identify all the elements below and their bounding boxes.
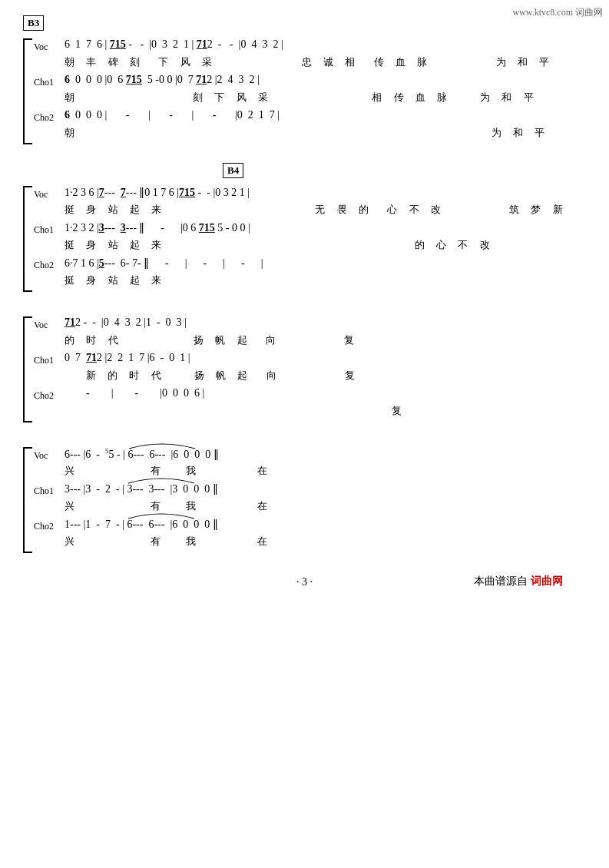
cho2-s3-lyrics: 复 [65, 404, 586, 418]
cho2-b4-notes: 6·7 1 6 |5--- 6- 7- ‖ - | - | - | [65, 257, 586, 273]
page-container: www.ktvc8.com 词曲网 B3 Voc 6 1 7 6 | 715 -… [0, 0, 609, 604]
rows-b4: Voc 1·2 3 6 |7--- 7--- ‖0 1 7 6 |715 - -… [34, 186, 586, 292]
cho2-s4-music: 1--- |1 - 7 - | 6--- 6--- |6 0 0 0 ‖ 兴 有… [65, 518, 586, 548]
cho1-s3-music: 0 7 712 |2 2 1 7 |6 - 0 1 | 新 的 时 代 扬 帆 … [65, 352, 586, 383]
cho1-b4-label: Cho1 [34, 221, 65, 236]
voc-s4-music: 6--- |6 - 55 - | 6--- 6--- |6 0 0 0 ‖ 兴 [65, 447, 586, 478]
cho1-s4-notes: 3--- |3 - 2 - | 3--- 3--- |3 0 0 0 ‖ [65, 482, 586, 499]
cho1-b4-lyrics: 挺 身 站 起 来 的 心 不 改 [65, 238, 586, 252]
page-number: · 3 · [296, 576, 313, 588]
cho2-s3-music: - | - |0 0 0 6 | 复 [65, 387, 586, 418]
cho1-s3-label: Cho1 [34, 352, 65, 366]
cho1-b3-label: Cho1 [34, 74, 65, 88]
cho2-b3-lyrics: 朝 为 和 平 [65, 126, 586, 140]
voc-s4-notes: 6--- |6 - 55 - | 6--- 6--- |6 0 0 0 ‖ [65, 447, 586, 464]
cho2-b4-lyrics: 挺 身 站 起 来 [65, 273, 586, 287]
cho2-s3-notes: - | - |0 0 0 6 | [65, 387, 586, 404]
cho2-b4: Cho2 6·7 1 6 |5--- 6- 7- ‖ - | - | - | 挺… [34, 257, 586, 287]
cho1-b3: Cho1 6 0 0 0 |0 6 715 5 -0 0 |0 7 712 |2… [34, 74, 586, 104]
footer-site: 词曲网 [531, 575, 563, 588]
watermark: www.ktvc8.com 词曲网 [512, 6, 603, 19]
voc-b4-lyrics: 挺 身 站 起 来 无 畏 的 心 不 改 筑 梦 新 [65, 203, 586, 217]
staff-group-4: Voc 6--- |6 - 55 - | 6--- 6--- |6 0 0 0 … [23, 447, 586, 553]
cho2-s4-label: Cho2 [34, 518, 65, 532]
cho1-s3-lyrics: 新 的 时 代 扬 帆 起 向 复 [65, 369, 586, 383]
section-b3: B3 Voc 6 1 7 6 | 715 - - |0 3 2 1 | 712 … [23, 15, 586, 144]
cho1-b4-music: 1·2 3 2 |3--- 3--- ‖ - |0 6 715 5 - 0 0 … [65, 221, 586, 252]
bracket-4 [23, 447, 32, 553]
cho2-s4-notes: 1--- |1 - 7 - | 6--- 6--- |6 0 0 0 ‖ [65, 518, 586, 535]
voc-b3-notes: 6 1 7 6 | 715 - - |0 3 2 1 | 712 - - |0 … [65, 38, 586, 55]
cho2-b3-notes: 6 0 0 0 | - | - | - |0 2 1 7 | [65, 109, 586, 126]
cho1-b4-notes: 1·2 3 2 |3--- 3--- ‖ - |0 6 715 5 - 0 0 … [65, 221, 586, 238]
staff-group-3: Voc 712 - - |0 4 3 2 |1 - 0 3 | 的 时 代 扬 … [23, 316, 586, 422]
cho1-s4-label: Cho1 [34, 482, 65, 497]
section-b3-label: B3 [23, 15, 44, 31]
voc-s3-notes: 712 - - |0 4 3 2 |1 - 0 3 | [65, 316, 586, 333]
voc-s4: Voc 6--- |6 - 55 - | 6--- 6--- |6 0 0 0 … [34, 447, 586, 478]
section-b4-header: B4 [23, 163, 586, 183]
voc-b3-lyrics: 朝 丰 碑 刻 下 风 采 忠 诚 相 传 血 脉 为 和 平 [65, 55, 586, 69]
cho2-b3: Cho2 6 0 0 0 | - | - | - |0 2 1 7 | 朝 [34, 109, 586, 140]
rows-4: Voc 6--- |6 - 55 - | 6--- 6--- |6 0 0 0 … [34, 447, 586, 553]
section-4: Voc 6--- |6 - 55 - | 6--- 6--- |6 0 0 0 … [23, 441, 586, 553]
voc-s3-lyrics: 的 时 代 扬 帆 起 向 复 [65, 333, 586, 347]
section-b3-header: B3 [23, 15, 586, 35]
staff-group-b4: Voc 1·2 3 6 |7--- 7--- ‖0 1 7 6 |715 - -… [23, 186, 586, 292]
footer-source: 本曲谱源自 [474, 575, 528, 588]
rows-3: Voc 712 - - |0 4 3 2 |1 - 0 3 | 的 时 代 扬 … [34, 316, 586, 422]
staff-group-b3: Voc 6 1 7 6 | 715 - - |0 3 2 1 | 712 - -… [23, 38, 586, 144]
bracket-b4 [23, 186, 32, 292]
cho2-s4-lyrics: 兴 有 我 在 [65, 535, 586, 548]
voc-b3: Voc 6 1 7 6 | 715 - - |0 3 2 1 | 712 - -… [34, 38, 586, 69]
cho2-s3-label: Cho2 [34, 387, 65, 402]
voc-b4: Voc 1·2 3 6 |7--- 7--- ‖0 1 7 6 |715 - -… [34, 186, 586, 217]
voc-s4-label: Voc [34, 447, 65, 462]
cho2-s4: Cho2 1--- |1 - 7 - | 6--- 6--- |6 0 0 0 … [34, 518, 586, 548]
cho2-b4-music: 6·7 1 6 |5--- 6- 7- ‖ - | - | - | 挺 身 站 … [65, 257, 586, 287]
section-3: Voc 712 - - |0 4 3 2 |1 - 0 3 | 的 时 代 扬 … [23, 310, 586, 422]
section-b4-label: B4 [223, 163, 243, 178]
cho1-s4: Cho1 3--- |3 - 2 - | 3--- 3--- |3 0 0 0 … [34, 482, 586, 513]
cho1-b4: Cho1 1·2 3 2 |3--- 3--- ‖ - |0 6 715 5 -… [34, 221, 586, 252]
cho2-b3-label: Cho2 [34, 109, 65, 124]
bracket-3 [23, 316, 32, 422]
voc-s3-label: Voc [34, 316, 65, 331]
cho1-s3-notes: 0 7 712 |2 2 1 7 |6 - 0 1 | [65, 352, 586, 369]
cho2-s3: Cho2 - | - |0 0 0 6 | 复 [34, 387, 586, 418]
cho2-b4-label: Cho2 [34, 257, 65, 271]
rows-b3: Voc 6 1 7 6 | 715 - - |0 3 2 1 | 712 - -… [34, 38, 586, 144]
cho1-b3-music: 6 0 0 0 |0 6 715 5 -0 0 |0 7 712 |2 4 3 … [65, 74, 586, 104]
page-footer: · 3 · 本曲谱源自 词曲网 [23, 576, 586, 588]
cho2-b3-music: 6 0 0 0 | - | - | - |0 2 1 7 | 朝 为 和 平 [65, 109, 586, 140]
cho1-s3: Cho1 0 7 712 |2 2 1 7 |6 - 0 1 | 新 的 时 代… [34, 352, 586, 383]
voc-b4-music: 1·2 3 6 |7--- 7--- ‖0 1 7 6 |715 - - |0 … [65, 186, 586, 217]
cho1-b3-lyrics: 朝 刻 下 风 采 相 传 血 脉 为 和 平 [65, 91, 586, 104]
section-b4: B4 Voc 1·2 3 6 |7--- 7--- ‖0 1 7 6 |715 … [23, 163, 586, 292]
voc-s3: Voc 712 - - |0 4 3 2 |1 - 0 3 | 的 时 代 扬 … [34, 316, 586, 347]
voc-b4-notes: 1·2 3 6 |7--- 7--- ‖0 1 7 6 |715 - - |0 … [65, 186, 586, 203]
voc-b3-music: 6 1 7 6 | 715 - - |0 3 2 1 | 712 - - |0 … [65, 38, 586, 69]
voc-b3-label: Voc [34, 38, 65, 53]
cho1-b3-notes: 6 0 0 0 |0 6 715 5 -0 0 |0 7 712 |2 4 3 … [65, 74, 586, 91]
voc-b4-label: Voc [34, 186, 65, 200]
voc-s3-music: 712 - - |0 4 3 2 |1 - 0 3 | 的 时 代 扬 帆 起 … [65, 316, 586, 347]
cho1-s4-music: 3--- |3 - 2 - | 3--- 3--- |3 0 0 0 ‖ 兴 有… [65, 482, 586, 513]
bracket-b3 [23, 38, 32, 144]
